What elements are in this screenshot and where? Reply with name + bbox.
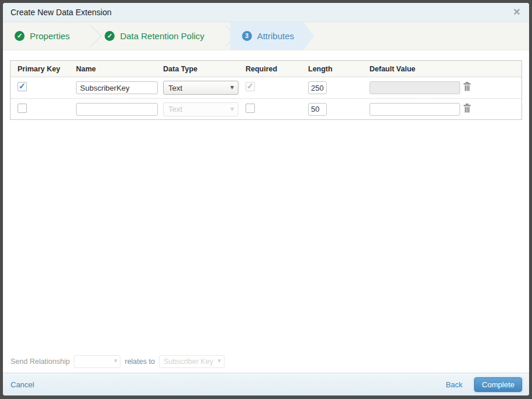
close-icon[interactable] — [512, 7, 522, 18]
column-header-required: Required — [239, 65, 301, 73]
complete-button[interactable]: Complete — [474, 377, 522, 392]
step-separator-chevron — [217, 26, 227, 46]
footer-actions: Back Complete — [445, 377, 522, 392]
data-type-value: Text — [168, 105, 182, 113]
column-header-data-type: Data Type — [156, 65, 239, 73]
length-input[interactable] — [308, 81, 327, 94]
table-header-row: Primary Key Name Data Type Required Leng… — [11, 61, 521, 77]
step-label: Attributes — [257, 31, 294, 41]
send-relationship-select — [74, 355, 120, 368]
subscriber-key-value: Subscriber Key — [164, 357, 213, 366]
modal-title: Create New Data Extension — [11, 8, 112, 17]
relates-to-label: relates to — [125, 357, 154, 366]
data-type-select[interactable]: Text — [163, 81, 239, 95]
name-input[interactable] — [76, 103, 158, 116]
check-circle-icon — [15, 31, 25, 41]
table-row: Text — [11, 98, 521, 119]
back-link[interactable]: Back — [445, 380, 462, 389]
column-header-default-value: Default Value — [362, 65, 456, 73]
table-row: Text — [11, 77, 521, 98]
data-type-value: Text — [168, 84, 182, 92]
required-checkbox — [246, 82, 255, 91]
step-data-retention-policy[interactable]: Data Retention Policy — [93, 22, 216, 50]
name-input[interactable] — [76, 81, 158, 94]
step-label: Data Retention Policy — [120, 31, 204, 41]
default-value-input[interactable] — [369, 103, 460, 116]
modal-footer: Cancel Back Complete — [3, 373, 529, 395]
step-attributes[interactable]: 3 Attributes — [230, 22, 314, 50]
delete-row-trash-icon[interactable] — [463, 82, 471, 91]
column-header-name: Name — [69, 65, 156, 73]
check-circle-icon — [105, 31, 115, 41]
wizard-steps: Properties Data Retention Policy 3 Attri… — [3, 22, 529, 50]
primary-key-checkbox[interactable] — [18, 104, 27, 113]
step-number-badge: 3 — [242, 31, 252, 41]
length-input[interactable] — [308, 103, 327, 116]
cancel-link[interactable]: Cancel — [11, 380, 34, 389]
subscriber-key-select: Subscriber Key — [159, 355, 224, 368]
column-header-length: Length — [301, 65, 362, 73]
send-relationship-label: Send Relationship — [11, 357, 70, 366]
delete-row-trash-icon[interactable] — [463, 104, 471, 113]
primary-key-checkbox[interactable] — [18, 82, 27, 91]
modal-titlebar: Create New Data Extension — [3, 3, 529, 22]
step-label: Properties — [30, 31, 70, 41]
required-checkbox[interactable] — [246, 104, 255, 113]
send-relationship-row: Send Relationship relates to Subscriber … — [11, 355, 224, 368]
step-separator-chevron — [82, 26, 92, 46]
step-properties[interactable]: Properties — [3, 22, 81, 50]
attributes-table: Primary Key Name Data Type Required Leng… — [10, 60, 522, 120]
modal-content: Primary Key Name Data Type Required Leng… — [3, 50, 529, 373]
column-header-primary-key: Primary Key — [11, 65, 69, 73]
default-value-input — [369, 81, 460, 94]
create-data-extension-modal: Create New Data Extension Properties Dat… — [3, 3, 529, 395]
data-type-select: Text — [163, 102, 239, 116]
